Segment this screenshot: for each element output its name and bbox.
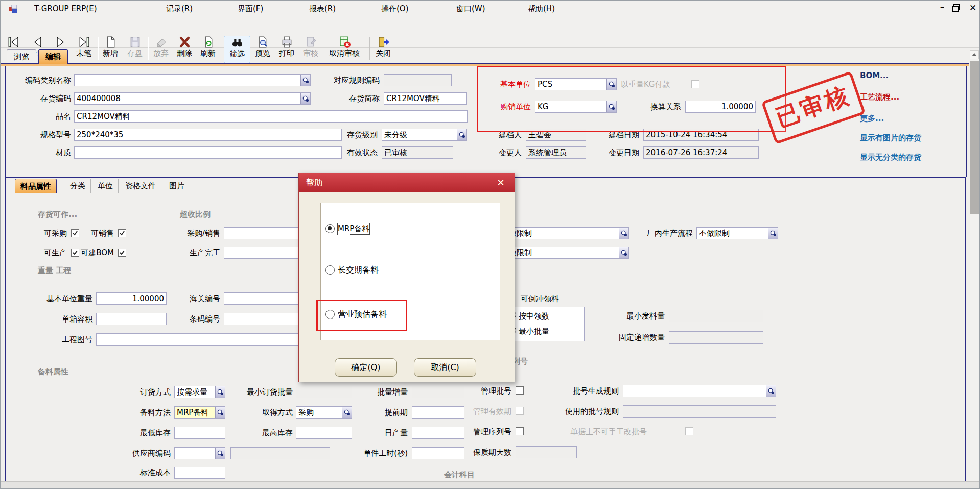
toolbar-print-button[interactable]: 打印	[275, 36, 298, 63]
menu-window[interactable]: 窗口(W)	[454, 1, 487, 17]
prep-method-combo[interactable]: MRP备料	[174, 406, 225, 419]
toolbar-close-button[interactable]: 关闭	[372, 36, 394, 63]
lookup-icon[interactable]	[342, 407, 352, 418]
backflush-label: 可倒冲领料	[521, 292, 577, 305]
toolbar-filter-button[interactable]: 筛选	[224, 36, 250, 63]
business-forecast-prep-label[interactable]: 营业预估备料	[338, 309, 387, 320]
material-field[interactable]	[74, 146, 342, 159]
tab-browse[interactable]: 浏览	[7, 49, 36, 64]
sales-unit-combo[interactable]: KG	[535, 101, 617, 113]
show-unclassified-link[interactable]: 显示无分类的存货	[860, 153, 921, 162]
menu-bar: T-GROUP ERP(E) 记录(R) 界面(F) 报表(R) 操作(O) 窗…	[1, 1, 980, 17]
tab-edit[interactable]: 编辑	[38, 49, 68, 64]
purchase-sale-field[interactable]	[224, 227, 300, 239]
product-name-field[interactable]: CR12MOV精料	[74, 110, 468, 123]
manage-batch-checkbox[interactable]	[516, 386, 524, 395]
lookup-icon[interactable]	[619, 228, 628, 239]
toolbar-separator	[369, 37, 370, 60]
dialog-ok-button[interactable]: 确定(Q)	[335, 358, 397, 377]
minimize-button[interactable]: –	[936, 1, 949, 16]
lookup-icon[interactable]	[215, 407, 225, 418]
erp-window: T-GROUP ERP(E) 记录(R) 界面(F) 报表(R) 操作(O) 窗…	[0, 0, 980, 489]
lookup-icon[interactable]	[606, 79, 616, 90]
toolbar-audit-button: 审核	[299, 36, 322, 63]
barcode-no-field[interactable]	[224, 313, 300, 325]
close-window-button[interactable]: ✕	[966, 1, 979, 16]
toolbar-last-button[interactable]: 末笔	[73, 36, 95, 63]
spec-field[interactable]: 250*240*35	[74, 129, 342, 141]
batch-rule-combo[interactable]	[623, 385, 776, 397]
lookup-icon[interactable]	[766, 385, 776, 397]
daily-output-field[interactable]	[412, 427, 464, 439]
conversion-field[interactable]: 1.00000	[685, 101, 756, 113]
unit-hours-field[interactable]	[412, 447, 464, 459]
subtab-classification[interactable]: 分类	[65, 179, 91, 193]
restore-button[interactable]	[952, 4, 960, 11]
long-lead-prep-label[interactable]: 长交期备料	[338, 264, 379, 276]
shelf-days-field[interactable]	[516, 446, 577, 458]
process-flow-link[interactable]: 工艺流程...	[860, 92, 899, 102]
inventory-abbr-field[interactable]: CR12MOV精料	[384, 92, 467, 105]
bom-link[interactable]: BOM...	[860, 71, 889, 80]
std-cost-field[interactable]	[174, 467, 225, 479]
order-mode-combo[interactable]: 按需求量	[174, 386, 225, 398]
subtab-item-attributes[interactable]: 料品属性	[15, 179, 57, 193]
base-unit-weight-field[interactable]: 1.00000	[96, 292, 167, 305]
lookup-icon[interactable]	[215, 386, 225, 398]
subtab-qualification[interactable]: 资格文件	[120, 179, 161, 193]
factory-flow-combo[interactable]: 不做限制	[696, 227, 778, 239]
more-link[interactable]: 更多...	[860, 114, 884, 124]
drawing-no-field[interactable]	[96, 333, 300, 346]
long-lead-prep-radio[interactable]	[325, 265, 335, 275]
horizontal-scrollbar[interactable]	[1, 481, 980, 489]
toolbar-refresh-button[interactable]: 刷新	[197, 36, 219, 63]
max-stock-field[interactable]	[296, 427, 352, 439]
subtab-picture[interactable]: 图片	[164, 179, 190, 193]
dialog-close-icon[interactable]: ✕	[493, 173, 508, 192]
restriction-combo-1[interactable]: 不做限制	[499, 227, 629, 239]
lookup-icon[interactable]	[606, 101, 616, 112]
scroll-up-icon[interactable]	[970, 50, 979, 59]
lookup-icon[interactable]	[215, 448, 225, 459]
box-volume-field[interactable]	[96, 313, 167, 325]
supplier-code-combo[interactable]	[174, 447, 225, 459]
lead-time-field[interactable]	[412, 406, 464, 419]
business-forecast-prep-radio[interactable]	[325, 310, 335, 319]
manage-serial-checkbox[interactable]	[516, 427, 524, 435]
code-category-combo[interactable]	[74, 74, 311, 86]
inventory-code-combo[interactable]: 400400008	[74, 92, 311, 105]
inventory-level-combo[interactable]: 未分级	[382, 129, 467, 141]
customs-no-field[interactable]	[224, 292, 300, 305]
mrp-prep-radio[interactable]	[325, 224, 335, 233]
restriction-combo-2[interactable]: 不做限制	[499, 247, 629, 259]
dialog-cancel-button[interactable]: 取消(C)	[414, 358, 476, 377]
menu-record[interactable]: 记录(R)	[164, 1, 195, 17]
menu-operate[interactable]: 操作(O)	[379, 1, 411, 17]
min-issue-field[interactable]	[669, 310, 763, 322]
rule-code-field[interactable]	[384, 74, 452, 86]
toolbar-cancel-audit-button[interactable]: 取消审核	[324, 36, 365, 63]
mrp-prep-label[interactable]: MRP备料	[338, 223, 369, 234]
menu-interface[interactable]: 界面(F)	[236, 1, 265, 17]
menu-app[interactable]: T-GROUP ERP(E)	[32, 1, 99, 17]
toolbar-preview-button[interactable]: 预览	[251, 36, 274, 63]
acquire-mode-combo[interactable]: 采购	[296, 406, 352, 419]
subtab-unit[interactable]: 单位	[92, 179, 119, 193]
lookup-icon[interactable]	[457, 129, 466, 140]
show-with-image-link[interactable]: 显示有图片的存货	[860, 133, 921, 143]
vertical-scrollbar-thumb[interactable]	[970, 61, 979, 214]
toolbar-new-button[interactable]: 新增	[99, 36, 122, 63]
lookup-icon[interactable]	[768, 228, 778, 239]
production-done-field[interactable]	[224, 247, 300, 259]
toolbar-delete-button[interactable]: 删除	[173, 36, 196, 63]
menu-report[interactable]: 报表(R)	[307, 1, 338, 17]
sellable-checkbox[interactable]	[118, 229, 126, 237]
lookup-icon[interactable]	[619, 247, 628, 258]
base-unit-combo[interactable]: PCS	[535, 78, 617, 90]
can-build-bom-checkbox[interactable]	[118, 249, 126, 257]
min-stock-field[interactable]	[174, 427, 225, 439]
fixed-increment-field[interactable]	[669, 331, 763, 344]
batch-increment-field[interactable]	[412, 386, 464, 398]
lead-time-label: 提前期	[358, 406, 408, 419]
menu-help[interactable]: 帮助(H)	[526, 1, 557, 17]
